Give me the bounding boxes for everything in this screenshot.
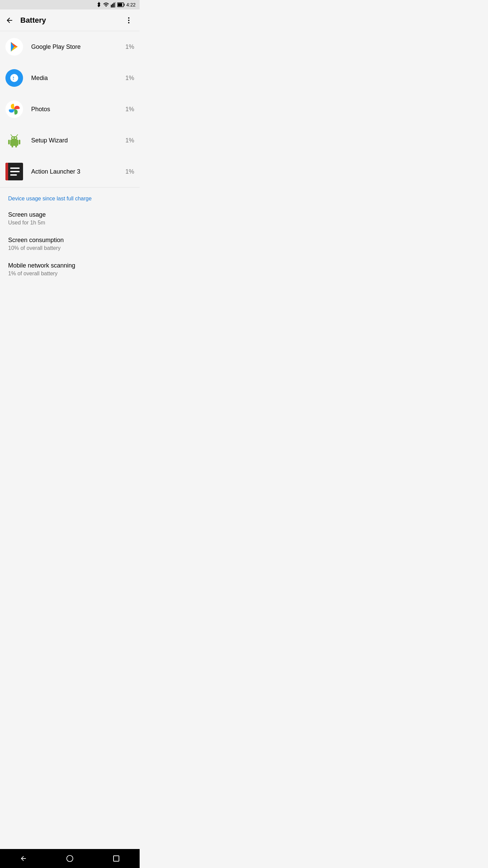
google-play-store-percent: 1% (125, 43, 134, 51)
svg-rect-29 (10, 174, 17, 176)
screen-usage-title: Screen usage (8, 211, 131, 218)
svg-rect-15 (10, 140, 18, 146)
action-launcher-percent: 1% (125, 168, 134, 175)
svg-rect-5 (118, 3, 122, 6)
more-vert-icon (125, 16, 133, 24)
media-icon (5, 69, 23, 87)
svg-rect-21 (8, 140, 10, 144)
action-launcher-icon (5, 163, 23, 180)
svg-line-17 (11, 135, 12, 136)
svg-rect-2 (114, 3, 115, 7)
action-launcher-label: Action Launcher 3 (31, 168, 125, 175)
bluetooth-icon (97, 2, 101, 8)
svg-rect-26 (5, 163, 8, 180)
setup-wizard-icon (5, 132, 23, 149)
svg-rect-16 (11, 136, 17, 140)
device-usage-section-header[interactable]: Device usage since last full charge (0, 188, 140, 206)
list-item[interactable]: Google Play Store 1% (0, 31, 140, 62)
nav-recents-icon (113, 855, 120, 862)
status-icons: 4:22 (97, 2, 136, 8)
svg-rect-27 (10, 167, 20, 169)
back-arrow-icon (5, 16, 14, 24)
svg-rect-1 (112, 4, 113, 7)
photos-percent: 1% (125, 106, 134, 113)
status-time: 4:22 (126, 2, 136, 7)
photos-icon (5, 100, 23, 118)
nav-home-button[interactable] (60, 849, 80, 868)
list-item[interactable]: Media 1% (0, 62, 140, 94)
svg-point-20 (15, 137, 16, 139)
svg-point-19 (12, 137, 14, 139)
app-list: Google Play Store 1% Media 1% (0, 31, 140, 849)
svg-rect-28 (10, 171, 20, 172)
nav-back-button[interactable] (13, 849, 34, 868)
signal-icon (111, 2, 116, 7)
wifi-icon (103, 2, 109, 7)
mobile-scanning-title: Mobile network scanning (8, 262, 131, 269)
page-title: Battery (20, 16, 121, 25)
screen-usage-subtitle: Used for 1h 5m (8, 220, 131, 226)
svg-rect-22 (19, 140, 20, 144)
screen-consumption-item[interactable]: Screen consumption 10% of overall batter… (0, 231, 140, 257)
svg-point-30 (67, 855, 73, 862)
navigation-bar (0, 849, 140, 868)
google-play-store-label: Google Play Store (31, 43, 125, 51)
status-bar: 4:22 (0, 0, 140, 9)
back-button[interactable] (1, 12, 18, 28)
svg-rect-23 (12, 145, 13, 147)
list-item[interactable]: Action Launcher 3 1% (0, 156, 140, 187)
battery-icon (117, 2, 125, 7)
mobile-scanning-subtitle: 1% of overall battery (8, 271, 131, 277)
svg-rect-3 (115, 2, 116, 7)
nav-back-icon (20, 855, 27, 862)
svg-point-8 (128, 20, 129, 21)
app-bar: Battery (0, 9, 140, 31)
svg-point-9 (128, 22, 129, 23)
svg-rect-6 (124, 4, 124, 6)
svg-rect-24 (15, 145, 17, 147)
screen-usage-item[interactable]: Screen usage Used for 1h 5m (0, 206, 140, 231)
list-item[interactable]: Photos 1% (0, 94, 140, 125)
setup-wizard-percent: 1% (125, 137, 134, 144)
mobile-scanning-item[interactable]: Mobile network scanning 1% of overall ba… (0, 257, 140, 282)
svg-point-7 (128, 17, 129, 19)
screen-consumption-title: Screen consumption (8, 237, 131, 244)
list-item[interactable]: Setup Wizard 1% (0, 125, 140, 156)
screen-consumption-subtitle: 10% of overall battery (8, 245, 131, 251)
more-options-button[interactable] (121, 12, 137, 28)
media-label: Media (31, 75, 125, 82)
svg-rect-31 (114, 856, 119, 861)
nav-recents-button[interactable] (106, 849, 126, 868)
svg-line-18 (16, 135, 18, 136)
nav-home-icon (66, 855, 74, 862)
media-percent: 1% (125, 75, 134, 82)
svg-rect-0 (111, 5, 112, 7)
google-play-store-icon (5, 38, 23, 56)
photos-label: Photos (31, 106, 125, 113)
setup-wizard-label: Setup Wizard (31, 137, 125, 144)
